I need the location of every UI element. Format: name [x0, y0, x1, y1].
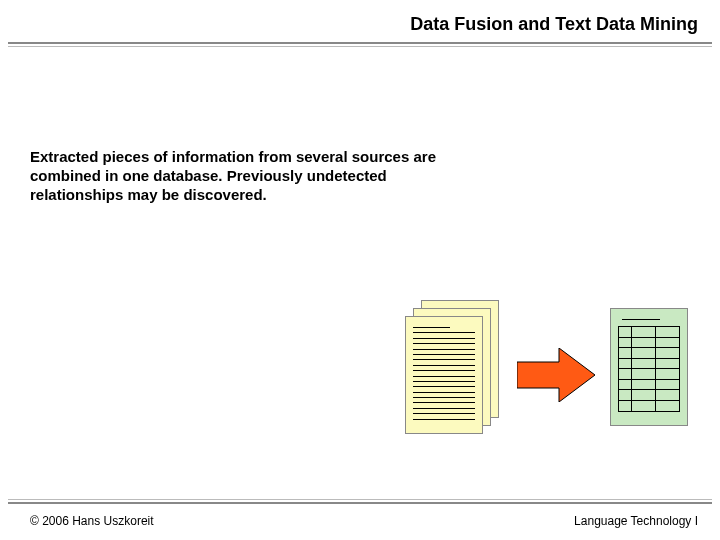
slide-title: Data Fusion and Text Data Mining: [410, 14, 698, 35]
svg-marker-0: [517, 348, 595, 402]
header-divider: [8, 42, 712, 47]
document-stack-icon: [405, 300, 497, 435]
body-paragraph: Extracted pieces of information from sev…: [30, 148, 460, 204]
database-table-icon: [610, 308, 688, 426]
footer-divider: [8, 499, 712, 504]
diagram: [405, 300, 705, 470]
arrow-right-icon: [517, 348, 595, 402]
footer-copyright: © 2006 Hans Uszkoreit: [30, 514, 154, 528]
footer-course: Language Technology I: [574, 514, 698, 528]
document-page: [405, 316, 483, 434]
